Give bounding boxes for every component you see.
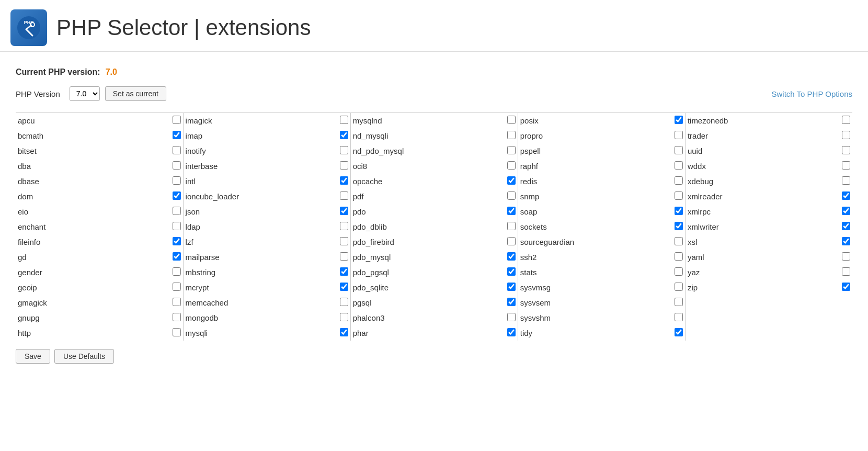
extension-checkbox[interactable] — [173, 207, 181, 215]
extension-checkbox[interactable] — [675, 161, 683, 170]
extension-checkbox-cell[interactable] — [505, 234, 518, 250]
extension-checkbox[interactable] — [842, 222, 850, 230]
extension-checkbox-cell[interactable] — [840, 325, 852, 341]
extension-checkbox[interactable] — [675, 191, 683, 200]
extension-checkbox[interactable] — [507, 237, 516, 245]
extension-checkbox-cell[interactable] — [840, 265, 852, 280]
extension-checkbox[interactable] — [842, 161, 850, 170]
extension-checkbox[interactable] — [842, 131, 850, 139]
switch-to-php-options-link[interactable]: Switch To PHP Options — [771, 89, 852, 98]
extension-checkbox[interactable] — [507, 298, 516, 306]
extension-checkbox[interactable] — [340, 298, 348, 306]
extension-checkbox[interactable] — [173, 131, 181, 139]
extension-checkbox-cell[interactable] — [170, 113, 184, 129]
extension-checkbox-cell[interactable] — [840, 159, 852, 174]
extension-checkbox[interactable] — [842, 237, 850, 245]
extension-checkbox[interactable] — [173, 252, 181, 261]
extension-checkbox-cell[interactable] — [338, 265, 351, 280]
extension-checkbox-cell[interactable] — [170, 234, 184, 250]
extension-checkbox-cell[interactable] — [840, 189, 852, 204]
extension-checkbox-cell[interactable] — [672, 310, 686, 325]
extension-checkbox-cell[interactable] — [170, 204, 184, 219]
extension-checkbox-cell[interactable] — [338, 143, 351, 159]
extension-checkbox[interactable] — [173, 222, 181, 230]
extension-checkbox-cell[interactable] — [840, 143, 852, 159]
extension-checkbox-cell[interactable] — [840, 113, 852, 129]
extension-checkbox[interactable] — [842, 191, 850, 200]
extension-checkbox[interactable] — [340, 267, 348, 276]
extension-checkbox-cell[interactable] — [672, 143, 686, 159]
extension-checkbox[interactable] — [675, 176, 683, 185]
extension-checkbox-cell[interactable] — [672, 265, 686, 280]
extension-checkbox-cell[interactable] — [672, 295, 686, 310]
extension-checkbox-cell[interactable] — [170, 143, 184, 159]
extension-checkbox[interactable] — [842, 267, 850, 276]
version-select[interactable]: 7.0 5.4 5.5 5.6 7.1 7.2 — [70, 86, 100, 101]
extension-checkbox-cell[interactable] — [672, 204, 686, 219]
extension-checkbox-cell[interactable] — [170, 265, 184, 280]
extension-checkbox-cell[interactable] — [672, 159, 686, 174]
extension-checkbox-cell[interactable] — [505, 128, 518, 143]
extension-checkbox-cell[interactable] — [840, 174, 852, 189]
extension-checkbox[interactable] — [842, 176, 850, 185]
extension-checkbox[interactable] — [173, 191, 181, 200]
extension-checkbox-cell[interactable] — [338, 204, 351, 219]
extension-checkbox-cell[interactable] — [505, 310, 518, 325]
extension-checkbox-cell[interactable] — [505, 189, 518, 204]
extension-checkbox[interactable] — [507, 146, 516, 154]
extension-checkbox[interactable] — [507, 222, 516, 230]
extension-checkbox[interactable] — [340, 237, 348, 245]
extension-checkbox[interactable] — [675, 298, 683, 306]
use-defaults-button[interactable]: Use Defaults — [54, 349, 114, 364]
extension-checkbox-cell[interactable] — [338, 325, 351, 341]
extension-checkbox[interactable] — [173, 267, 181, 276]
extension-checkbox-cell[interactable] — [170, 219, 184, 234]
extension-checkbox-cell[interactable] — [672, 113, 686, 129]
extension-checkbox-cell[interactable] — [505, 174, 518, 189]
extension-checkbox[interactable] — [507, 116, 516, 124]
extension-checkbox-cell[interactable] — [840, 280, 852, 295]
extension-checkbox[interactable] — [340, 328, 348, 336]
extension-checkbox[interactable] — [507, 328, 516, 336]
extension-checkbox[interactable] — [173, 298, 181, 306]
extension-checkbox[interactable] — [842, 207, 850, 215]
extension-checkbox[interactable] — [340, 176, 348, 185]
extension-checkbox[interactable] — [340, 207, 348, 215]
extension-checkbox[interactable] — [340, 116, 348, 124]
extension-checkbox-cell[interactable] — [840, 219, 852, 234]
extension-checkbox[interactable] — [675, 237, 683, 245]
extension-checkbox[interactable] — [507, 131, 516, 139]
extension-checkbox[interactable] — [675, 116, 683, 124]
extension-checkbox-cell[interactable] — [338, 250, 351, 265]
extension-checkbox-cell[interactable] — [170, 189, 184, 204]
extension-checkbox[interactable] — [340, 252, 348, 261]
extension-checkbox-cell[interactable] — [338, 280, 351, 295]
extension-checkbox-cell[interactable] — [672, 219, 686, 234]
extension-checkbox-cell[interactable] — [170, 325, 184, 341]
extension-checkbox-cell[interactable] — [672, 128, 686, 143]
extension-checkbox[interactable] — [340, 146, 348, 154]
extension-checkbox-cell[interactable] — [505, 250, 518, 265]
extension-checkbox-cell[interactable] — [338, 295, 351, 310]
extension-checkbox[interactable] — [675, 328, 683, 336]
extension-checkbox[interactable] — [507, 207, 516, 215]
extension-checkbox-cell[interactable] — [672, 189, 686, 204]
extension-checkbox-cell[interactable] — [338, 310, 351, 325]
extension-checkbox-cell[interactable] — [505, 204, 518, 219]
extension-checkbox[interactable] — [675, 131, 683, 139]
extension-checkbox[interactable] — [173, 328, 181, 336]
extension-checkbox[interactable] — [842, 116, 850, 124]
extension-checkbox-cell[interactable] — [170, 159, 184, 174]
extension-checkbox-cell[interactable] — [505, 143, 518, 159]
extension-checkbox[interactable] — [173, 237, 181, 245]
extension-checkbox[interactable] — [507, 252, 516, 261]
extension-checkbox-cell[interactable] — [338, 189, 351, 204]
extension-checkbox[interactable] — [340, 131, 348, 139]
extension-checkbox[interactable] — [173, 146, 181, 154]
extension-checkbox-cell[interactable] — [840, 250, 852, 265]
extension-checkbox-cell[interactable] — [170, 295, 184, 310]
extension-checkbox-cell[interactable] — [338, 234, 351, 250]
extension-checkbox[interactable] — [507, 161, 516, 170]
extension-checkbox-cell[interactable] — [505, 219, 518, 234]
extension-checkbox-cell[interactable] — [505, 265, 518, 280]
